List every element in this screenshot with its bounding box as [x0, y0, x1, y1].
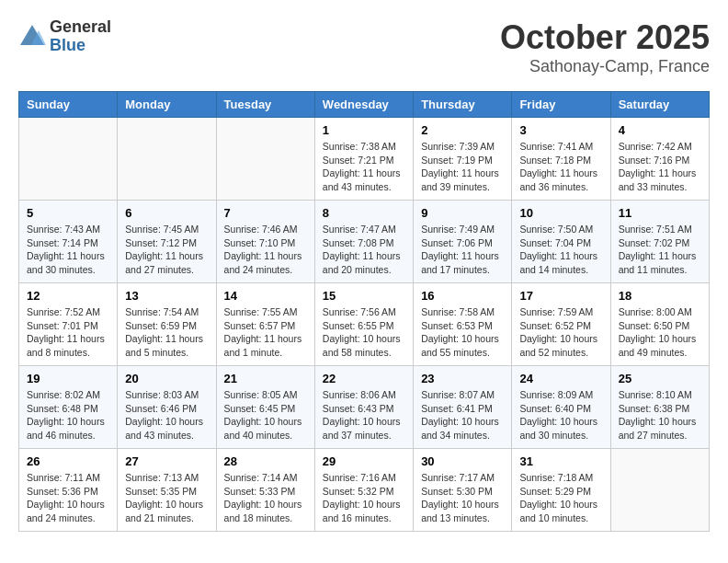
calendar-cell-w4-d3: 21Sunrise: 8:05 AM Sunset: 6:45 PM Dayli…	[216, 366, 314, 449]
day-number-10: 10	[519, 206, 602, 220]
day-number-19: 19	[27, 372, 109, 385]
logo-icon	[18, 23, 46, 51]
logo: General Blue	[18, 18, 111, 55]
header-wednesday: Wednesday	[314, 92, 413, 118]
header-friday: Friday	[512, 92, 610, 118]
day-info-20: Sunrise: 8:03 AM Sunset: 6:46 PM Dayligh…	[125, 388, 208, 442]
calendar-cell-w1-d7: 4Sunrise: 7:42 AM Sunset: 7:16 PM Daylig…	[610, 118, 709, 201]
day-number-6: 6	[125, 206, 208, 220]
calendar-cell-w5-d5: 30Sunrise: 7:17 AM Sunset: 5:30 PM Dayli…	[414, 449, 512, 532]
calendar-cell-w2-d4: 8Sunrise: 7:47 AM Sunset: 7:08 PM Daylig…	[314, 201, 413, 283]
calendar-cell-w4-d1: 19Sunrise: 8:02 AM Sunset: 6:48 PM Dayli…	[19, 366, 118, 449]
day-info-25: Sunrise: 8:10 AM Sunset: 6:38 PM Dayligh…	[619, 388, 701, 442]
logo-blue-text: Blue	[50, 37, 111, 55]
day-number-3: 3	[519, 123, 602, 137]
calendar-week-5: 26Sunrise: 7:11 AM Sunset: 5:36 PM Dayli…	[19, 449, 710, 532]
day-info-31: Sunrise: 7:18 AM Sunset: 5:29 PM Dayligh…	[519, 471, 602, 525]
day-info-15: Sunrise: 7:56 AM Sunset: 6:55 PM Dayligh…	[323, 305, 405, 360]
day-info-30: Sunrise: 7:17 AM Sunset: 5:30 PM Dayligh…	[421, 471, 504, 525]
calendar-cell-w3-d1: 12Sunrise: 7:52 AM Sunset: 7:01 PM Dayli…	[19, 283, 118, 366]
day-number-27: 27	[125, 454, 208, 468]
day-number-30: 30	[421, 454, 504, 468]
day-number-29: 29	[323, 454, 405, 468]
day-number-28: 28	[224, 454, 307, 468]
calendar-cell-w2-d7: 11Sunrise: 7:51 AM Sunset: 7:02 PM Dayli…	[610, 201, 709, 283]
day-info-14: Sunrise: 7:55 AM Sunset: 6:57 PM Dayligh…	[224, 305, 307, 360]
calendar-week-3: 12Sunrise: 7:52 AM Sunset: 7:01 PM Dayli…	[19, 283, 710, 366]
header-monday: Monday	[118, 92, 216, 118]
day-info-23: Sunrise: 8:07 AM Sunset: 6:41 PM Dayligh…	[421, 388, 504, 442]
day-info-16: Sunrise: 7:58 AM Sunset: 6:53 PM Dayligh…	[421, 305, 504, 360]
day-info-29: Sunrise: 7:16 AM Sunset: 5:32 PM Dayligh…	[323, 471, 405, 525]
calendar-cell-w5-d7	[610, 449, 709, 532]
calendar-week-4: 19Sunrise: 8:02 AM Sunset: 6:48 PM Dayli…	[19, 366, 710, 449]
calendar-cell-w5-d2: 27Sunrise: 7:13 AM Sunset: 5:35 PM Dayli…	[118, 449, 216, 532]
calendar-cell-w3-d4: 15Sunrise: 7:56 AM Sunset: 6:55 PM Dayli…	[314, 283, 413, 366]
day-number-17: 17	[519, 289, 602, 303]
day-info-2: Sunrise: 7:39 AM Sunset: 7:19 PM Dayligh…	[421, 140, 504, 194]
calendar-cell-w1-d3	[216, 118, 314, 201]
calendar-cell-w3-d2: 13Sunrise: 7:54 AM Sunset: 6:59 PM Dayli…	[118, 283, 216, 366]
calendar-cell-w2-d2: 6Sunrise: 7:45 AM Sunset: 7:12 PM Daylig…	[118, 201, 216, 283]
day-number-18: 18	[619, 289, 701, 303]
calendar-cell-w3-d6: 17Sunrise: 7:59 AM Sunset: 6:52 PM Dayli…	[512, 283, 610, 366]
day-info-6: Sunrise: 7:45 AM Sunset: 7:12 PM Dayligh…	[125, 223, 208, 277]
day-info-3: Sunrise: 7:41 AM Sunset: 7:18 PM Dayligh…	[519, 140, 602, 194]
calendar-cell-w2-d5: 9Sunrise: 7:49 AM Sunset: 7:06 PM Daylig…	[414, 201, 512, 283]
day-number-22: 22	[323, 372, 405, 385]
header-tuesday: Tuesday	[216, 92, 314, 118]
day-number-2: 2	[421, 123, 504, 137]
day-info-7: Sunrise: 7:46 AM Sunset: 7:10 PM Dayligh…	[224, 223, 307, 277]
day-info-10: Sunrise: 7:50 AM Sunset: 7:04 PM Dayligh…	[519, 223, 602, 277]
calendar-cell-w2-d1: 5Sunrise: 7:43 AM Sunset: 7:14 PM Daylig…	[19, 201, 118, 283]
day-info-28: Sunrise: 7:14 AM Sunset: 5:33 PM Dayligh…	[224, 471, 307, 525]
day-number-24: 24	[519, 372, 602, 385]
day-number-5: 5	[27, 206, 109, 220]
calendar-header-row: SundayMondayTuesdayWednesdayThursdayFrid…	[19, 92, 710, 118]
calendar-cell-w4-d2: 20Sunrise: 8:03 AM Sunset: 6:46 PM Dayli…	[118, 366, 216, 449]
calendar-cell-w4-d7: 25Sunrise: 8:10 AM Sunset: 6:38 PM Dayli…	[610, 366, 709, 449]
day-number-13: 13	[125, 289, 208, 303]
header-sunday: Sunday	[19, 92, 118, 118]
calendar-cell-w1-d4: 1Sunrise: 7:38 AM Sunset: 7:21 PM Daylig…	[314, 118, 413, 201]
calendar-cell-w5-d3: 28Sunrise: 7:14 AM Sunset: 5:33 PM Dayli…	[216, 449, 314, 532]
day-number-14: 14	[224, 289, 307, 303]
calendar-cell-w4-d5: 23Sunrise: 8:07 AM Sunset: 6:41 PM Dayli…	[414, 366, 512, 449]
day-info-17: Sunrise: 7:59 AM Sunset: 6:52 PM Dayligh…	[519, 305, 602, 360]
month-title: October 2025	[500, 18, 710, 57]
calendar-week-2: 5Sunrise: 7:43 AM Sunset: 7:14 PM Daylig…	[19, 201, 710, 283]
day-number-1: 1	[323, 123, 405, 137]
day-number-8: 8	[323, 206, 405, 220]
day-number-11: 11	[619, 206, 701, 220]
header-thursday: Thursday	[414, 92, 512, 118]
logo-text: General Blue	[50, 18, 111, 55]
day-info-19: Sunrise: 8:02 AM Sunset: 6:48 PM Dayligh…	[27, 388, 109, 442]
calendar-cell-w3-d3: 14Sunrise: 7:55 AM Sunset: 6:57 PM Dayli…	[216, 283, 314, 366]
day-info-12: Sunrise: 7:52 AM Sunset: 7:01 PM Dayligh…	[27, 305, 109, 360]
day-number-25: 25	[619, 372, 701, 385]
day-info-26: Sunrise: 7:11 AM Sunset: 5:36 PM Dayligh…	[27, 471, 109, 525]
day-number-16: 16	[421, 289, 504, 303]
day-number-21: 21	[224, 372, 307, 385]
day-info-8: Sunrise: 7:47 AM Sunset: 7:08 PM Dayligh…	[323, 223, 405, 277]
day-number-4: 4	[619, 123, 701, 137]
calendar-table: SundayMondayTuesdayWednesdayThursdayFrid…	[18, 91, 710, 532]
calendar-cell-w1-d1	[19, 118, 118, 201]
day-number-15: 15	[323, 289, 405, 303]
calendar-cell-w1-d5: 2Sunrise: 7:39 AM Sunset: 7:19 PM Daylig…	[414, 118, 512, 201]
location-title: Sathonay-Camp, France	[500, 57, 710, 76]
calendar-cell-w1-d2	[118, 118, 216, 201]
day-info-5: Sunrise: 7:43 AM Sunset: 7:14 PM Dayligh…	[27, 223, 109, 277]
calendar-cell-w5-d1: 26Sunrise: 7:11 AM Sunset: 5:36 PM Dayli…	[19, 449, 118, 532]
logo-general-text: General	[50, 18, 111, 37]
day-number-26: 26	[27, 454, 109, 468]
calendar-cell-w4-d6: 24Sunrise: 8:09 AM Sunset: 6:40 PM Dayli…	[512, 366, 610, 449]
day-number-23: 23	[421, 372, 504, 385]
calendar-cell-w1-d6: 3Sunrise: 7:41 AM Sunset: 7:18 PM Daylig…	[512, 118, 610, 201]
day-info-11: Sunrise: 7:51 AM Sunset: 7:02 PM Dayligh…	[619, 223, 701, 277]
page-header: General Blue October 2025 Sathonay-Camp,…	[18, 18, 710, 76]
calendar-cell-w2-d3: 7Sunrise: 7:46 AM Sunset: 7:10 PM Daylig…	[216, 201, 314, 283]
day-number-9: 9	[421, 206, 504, 220]
day-info-24: Sunrise: 8:09 AM Sunset: 6:40 PM Dayligh…	[519, 388, 602, 442]
calendar-cell-w3-d5: 16Sunrise: 7:58 AM Sunset: 6:53 PM Dayli…	[414, 283, 512, 366]
